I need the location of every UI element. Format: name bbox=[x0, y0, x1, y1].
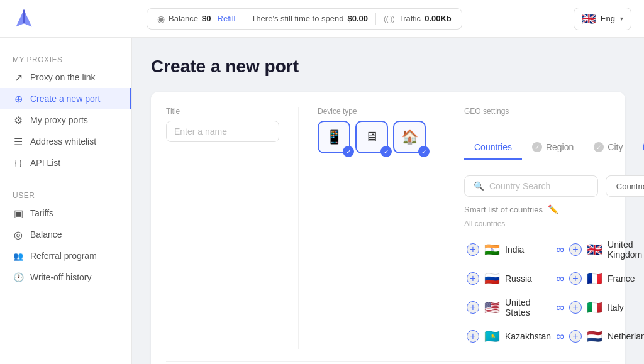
country-name: United Kingdom bbox=[608, 240, 644, 260]
search-icon: 🔍 bbox=[474, 181, 484, 191]
country-add-button[interactable]: + bbox=[467, 301, 479, 314]
top-bar-center: ◉ Balance $0 Refill There's still time t… bbox=[147, 8, 462, 30]
country-flag: 🇳🇱 bbox=[587, 329, 602, 344]
coin-icon: ◉ bbox=[157, 14, 165, 24]
sidebar-item-api-list[interactable]: { } API List bbox=[0, 152, 131, 174]
sidebar-item-label: Write-off history bbox=[30, 272, 92, 282]
sidebar-item-write-off[interactable]: 🕐 Write-off history bbox=[0, 267, 131, 288]
chevron-down-icon: ▾ bbox=[620, 15, 623, 22]
sidebar-divider bbox=[0, 174, 131, 186]
geo-section: GEO settings Countries ✓ Region ✓ bbox=[464, 107, 644, 349]
sidebar-item-create-port[interactable]: ⊕ Create a new port bbox=[0, 88, 131, 109]
country-add-button[interactable]: + bbox=[467, 243, 479, 256]
country-name: Russia bbox=[505, 273, 551, 284]
smart-list-label: Smart list of countries bbox=[464, 205, 543, 214]
country-flag: 🇬🇧 bbox=[587, 242, 602, 257]
refill-button[interactable]: Refill bbox=[218, 14, 236, 23]
title-label: Title bbox=[166, 107, 279, 116]
country-row: + 🇫🇷 France ∞ bbox=[567, 266, 644, 291]
api-icon: { } bbox=[13, 157, 24, 168]
country-search-input[interactable] bbox=[489, 181, 589, 191]
country-row: + 🇰🇿 Kazakhstan ∞ bbox=[464, 324, 567, 349]
region-check-icon: ✓ bbox=[532, 142, 542, 152]
sidebar-item-my-proxy-ports[interactable]: ⚙ My proxy ports bbox=[0, 109, 131, 131]
sidebar-item-proxy-link[interactable]: ↗ Proxy on the link bbox=[0, 67, 131, 88]
device-icons-row: 📱 ✓ 🖥 ✓ 🏠 ✓ bbox=[318, 121, 426, 153]
divider-1 bbox=[243, 13, 243, 25]
desktop-icon: 🖥 bbox=[365, 129, 379, 145]
tab-region[interactable]: ✓ Region bbox=[522, 136, 584, 160]
sidebar-item-address-whitelist[interactable]: ☰ Address whitelist bbox=[0, 131, 131, 152]
country-flag: 🇮🇹 bbox=[587, 300, 602, 315]
country-add-button[interactable]: + bbox=[467, 330, 479, 343]
smart-list-row: Smart list of countries ✏️ bbox=[464, 204, 644, 214]
desktop-check: ✓ bbox=[380, 146, 392, 157]
content-area: Create a new port Title Device type 📱 ✓ bbox=[132, 38, 644, 364]
spend-label: There's still time to spend bbox=[251, 14, 343, 23]
country-row: + 🇮🇳 India ∞ bbox=[464, 234, 567, 265]
link-icon: ↗ bbox=[13, 72, 24, 83]
filter-button[interactable]: Countries with a large number of proxies bbox=[606, 175, 644, 197]
sidebar-item-balance[interactable]: ◎ Balance bbox=[0, 224, 131, 245]
sidebar: My proxies ↗ Proxy on the link ⊕ Create … bbox=[0, 38, 132, 364]
page-title: Create a new port bbox=[151, 57, 625, 77]
country-name: United States bbox=[505, 297, 551, 317]
language-selector[interactable]: 🇬🇧 Eng ▾ bbox=[574, 8, 631, 30]
sidebar-item-label: Create a new port bbox=[30, 94, 100, 104]
device-type-section: Device type 📱 ✓ 🖥 ✓ 🏠 bbox=[318, 107, 445, 349]
country-add-button[interactable]: + bbox=[569, 243, 582, 256]
tabs-row: Countries ✓ Region ✓ City ✓ bbox=[464, 121, 644, 165]
sidebar-item-label: API List bbox=[30, 158, 60, 168]
tab-asn[interactable]: ✓ ASN bbox=[633, 136, 644, 160]
sidebar-item-label: Referral program bbox=[30, 251, 97, 261]
sidebar-item-referral[interactable]: 👥 Referral program bbox=[0, 245, 131, 267]
device-home[interactable]: 🏠 ✓ bbox=[393, 121, 426, 153]
country-flag: 🇷🇺 bbox=[484, 271, 500, 286]
mobile-check: ✓ bbox=[343, 146, 354, 157]
tariff-icon: ▣ bbox=[13, 207, 24, 219]
sidebar-item-label: Address whitelist bbox=[30, 136, 96, 146]
all-countries-label: All countries bbox=[464, 219, 644, 228]
city-check-icon: ✓ bbox=[594, 142, 604, 152]
sidebar-item-label: Balance bbox=[30, 229, 62, 240]
tab-countries[interactable]: Countries bbox=[464, 136, 522, 160]
edit-icon[interactable]: ✏️ bbox=[548, 204, 558, 214]
country-flag: 🇺🇸 bbox=[484, 300, 500, 315]
circle-plus-icon: ⊕ bbox=[13, 93, 24, 104]
sidebar-item-label: Proxy on the link bbox=[30, 72, 96, 82]
country-add-button[interactable]: + bbox=[569, 330, 582, 343]
country-add-button[interactable]: + bbox=[467, 272, 479, 285]
country-row: + 🇷🇺 Russia ∞ bbox=[464, 266, 567, 291]
main-layout: My proxies ↗ Proxy on the link ⊕ Create … bbox=[0, 38, 644, 364]
history-icon: 🕐 bbox=[13, 272, 24, 283]
lang-text: Eng bbox=[601, 14, 615, 23]
geo-label: GEO settings bbox=[464, 107, 644, 116]
country-infinity: ∞ bbox=[556, 272, 564, 285]
traffic-value: 0.00Kb bbox=[425, 14, 452, 23]
flag-icon: 🇬🇧 bbox=[582, 12, 596, 26]
search-filter-row: 🔍 Countries with a large number of proxi… bbox=[464, 175, 644, 197]
tab-city[interactable]: ✓ City bbox=[584, 136, 633, 160]
logo bbox=[13, 8, 35, 30]
country-row: + 🇺🇸 United States ∞ bbox=[464, 292, 567, 323]
title-input[interactable] bbox=[166, 121, 279, 142]
country-infinity: ∞ bbox=[556, 243, 564, 256]
country-infinity: ∞ bbox=[556, 301, 564, 314]
divider-2 bbox=[375, 13, 376, 25]
device-desktop[interactable]: 🖥 ✓ bbox=[355, 121, 388, 153]
sidebar-item-tariffs[interactable]: ▣ Tariffs bbox=[0, 202, 131, 224]
home-icon: 🏠 bbox=[401, 129, 418, 145]
referral-icon: 👥 bbox=[13, 250, 24, 262]
country-name: Netherlands bbox=[608, 331, 644, 341]
country-add-button[interactable]: + bbox=[569, 272, 582, 285]
country-flag: 🇰🇿 bbox=[484, 329, 500, 344]
country-add-button[interactable]: + bbox=[569, 301, 582, 314]
traffic-label: Traffic bbox=[399, 14, 421, 23]
device-mobile[interactable]: 📱 ✓ bbox=[318, 121, 350, 153]
country-name: India bbox=[505, 245, 551, 255]
my-proxies-section-label: My proxies bbox=[0, 50, 131, 67]
country-row: + 🇮🇹 Italy ∞ bbox=[567, 292, 644, 323]
tab-city-label: City bbox=[608, 142, 623, 152]
search-box: 🔍 bbox=[464, 175, 598, 197]
traffic-item: ((·)) Traffic 0.00Kb bbox=[384, 14, 452, 23]
